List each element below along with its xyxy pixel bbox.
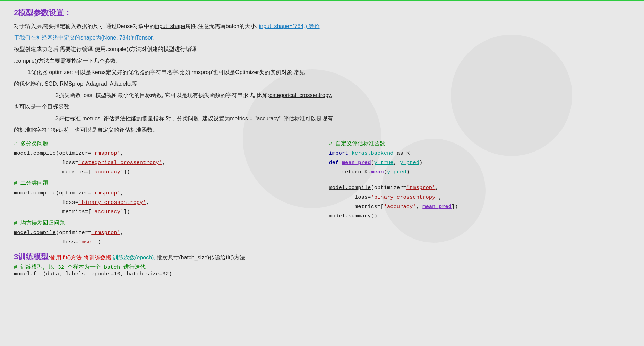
paragraph-4: 1优化器 optimizer: 可以是Keras定义好的优化器的字符串名字,比如…: [14, 68, 630, 77]
k-mean-func: mean: [371, 169, 384, 175]
paragraph-1b: 于我们在神经网络中定义的shape为(None, 784)的Tensor.: [14, 33, 630, 42]
code-col-right: # 自定义评估标准函数 import keras.backend as K de…: [329, 139, 630, 247]
code-line-loss-r: loss='binary_crossentropy',: [329, 193, 624, 202]
code-comment-binary: # 二分类问题: [14, 179, 308, 188]
code-col-left: # 多分类问题 model.compile(optimizer='rmsprop…: [14, 139, 329, 247]
p2-text: 模型创建成功之后,需要进行编译.使用.compile()方法对创建的模型进行编译: [14, 46, 197, 52]
p1-text: 对于输入层,需要指定输入数据的尺寸,通过Dense对象中的input_shape…: [14, 23, 259, 29]
epoch-text: 训练次数(epoch),: [113, 254, 155, 260]
section3-container: 3训练模型:使用.fit()方法,将训练数据,训练次数(epoch), 批次尺寸…: [14, 252, 630, 262]
def-keyword: def: [329, 159, 342, 166]
code-line-compile3: model.compile(optimizer='rmsprop',: [14, 228, 308, 237]
code-right-block: # 自定义评估标准函数 import keras.backend as K de…: [329, 139, 624, 221]
p3-text: .compile()方法主要需要指定一下几个参数:: [14, 58, 118, 64]
paragraph-6b: 的标准的字符串标识符，也可以是自定义的评估标准函数。: [14, 125, 630, 135]
rmsprop-str-2: 'rmsprop': [91, 190, 120, 196]
mean-pred-func: mean_pred: [342, 159, 371, 166]
code-line-summary: model.summary(): [329, 211, 624, 221]
model-summary-text: model.summary(): [329, 213, 378, 219]
input-shape-value: input_shape=(784,) 等价: [259, 23, 320, 29]
paragraph-1: 对于输入层,需要指定输入数据的尺寸,通过Dense对象中的input_shape…: [14, 21, 630, 31]
p1b-text: 于我们在神经网络中定义的shape为(None, 784)的Tensor.: [14, 35, 154, 41]
p6-text: 3评估标准 metrics. 评估算法性能的衡量指标.对于分类问题, 建议设置为…: [55, 115, 333, 121]
blank-line: [329, 177, 624, 183]
code-line-metrics2: metrics=['accuracy']): [14, 207, 308, 217]
code-line-def: def mean_pred(y_true, y_pred):: [329, 158, 624, 167]
p4b-text: 的优化器有: SGD, RMSprop, Adagrad, Adadelta等.: [14, 81, 139, 87]
binary-cross-str-r: 'binary_crossentropy': [371, 194, 438, 200]
comment-binary-text: # 二分类问题: [14, 180, 48, 187]
comment-multiclass-text: # 多分类问题: [14, 141, 48, 147]
code-columns: # 多分类问题 model.compile(optimizer='rmsprop…: [14, 139, 630, 247]
code-line-compile1: model.compile(optimizer='rmsprop',: [14, 149, 308, 158]
paragraph-3: .compile()方法主要需要指定一下几个参数:: [14, 56, 630, 66]
p5b-text: 也可以是一个目标函数.: [14, 104, 71, 110]
batch-size-link: batch_size: [127, 271, 159, 277]
code-comment-multiclass: # 多分类问题: [14, 139, 308, 149]
code-line-import: import keras.backend as K: [329, 149, 624, 158]
code-line-loss2: loss='binary_crossentropy',: [14, 198, 308, 207]
code-comment-custom: # 自定义评估标准函数: [329, 139, 624, 149]
section-title: 2模型参数设置：: [14, 8, 630, 18]
rmsprop-str-1: 'rmsprop': [91, 150, 120, 156]
accuracy-str-1: 'accuracy': [91, 169, 123, 175]
code-line-loss3: loss='mse''): [14, 237, 308, 247]
rmsprop-str-r: 'rmsprop': [406, 184, 436, 191]
mse-str: 'mse': [78, 239, 95, 245]
adagrad-link: Adagrad: [86, 81, 107, 87]
code-line-compile-r1: model.compile(optimizer='rmsprop',: [329, 183, 624, 192]
paragraph-6: 3评估标准 metrics. 评估算法性能的衡量指标.对于分类问题, 建议设置为…: [14, 114, 630, 123]
paragraph-5: 2损失函数 loss: 模型视图最小化的目标函数, 它可以是现有损失函数的字符串…: [14, 90, 630, 100]
binary-cross-str-l: 'binary_crossentropy': [78, 199, 146, 206]
accuracy-str-r: 'accuracy': [384, 204, 416, 210]
cat-cross-link: categorical_crossentropy: [269, 92, 331, 98]
code-line-compile2: model.compile(optimizer='rmsprop',: [14, 189, 308, 198]
keras-backend-link: keras.backend: [352, 150, 394, 156]
comment-custom-text: # 自定义评估标准函数: [329, 141, 386, 147]
code-line-metrics1: metrics=['accuracy']): [14, 167, 308, 177]
mean-pred-metrics: mean_pred: [422, 204, 452, 210]
comment-mse-text: # 均方误差回归问题: [14, 220, 65, 226]
adadelta-link: Adadelta: [110, 81, 132, 87]
use-fit-text: 使用.fit()方法,将训练数据,: [50, 254, 113, 260]
p6b-text: 的标准的字符串标识符，也可以是自定义的评估标准函数。: [14, 127, 158, 133]
section-title-text: 2模型参数设置：: [14, 8, 71, 17]
paragraph-4b: 的优化器有: SGD, RMSprop, Adagrad, Adadelta等.: [14, 79, 630, 88]
y-pred-param: y_pred: [400, 159, 419, 166]
code-line-metrics-r: metrics=['accuracy', mean_pred]): [329, 202, 624, 211]
accuracy-str-2: 'accuracy': [91, 209, 123, 215]
y-true-param: y_true: [374, 159, 394, 166]
main-container: 2模型参数设置： 对于输入层,需要指定输入数据的尺寸,通过Dense对象中的in…: [0, 1, 644, 287]
p5-text: 2损失函数 loss: 模型视图最小化的目标函数, 它可以是现有损失函数的字符串…: [55, 92, 332, 98]
input-shape-link: input_shape: [155, 23, 185, 29]
p4-text: 1优化器 optimizer: 可以是Keras定义好的优化器的字符串名字,比如…: [28, 69, 305, 75]
code-comment-mse: # 均方误差回归问题: [14, 219, 308, 228]
bottom-code-text: model.fit(data, labels, epochs=10, batch…: [14, 271, 630, 277]
section3-title-text: 3训练模型: [14, 252, 49, 261]
code-line-return: return K.mean(y_pred): [329, 167, 624, 177]
import-keyword: import: [329, 150, 352, 156]
section3-inline: :使用.fit()方法,将训练数据,训练次数(epoch), 批次尺寸(batc…: [49, 254, 245, 260]
rmsprop-str-3: 'rmsprop': [91, 230, 120, 236]
bottom-comment-text: # 训练模型, 以 32 个样本为一个 batch 进行迭代: [14, 263, 630, 271]
paragraph-5b: 也可以是一个目标函数.: [14, 102, 630, 111]
paragraph-2: 模型创建成功之后,需要进行编译.使用.compile()方法对创建的模型进行编译: [14, 44, 630, 54]
rmsprop-link: rmsprop: [191, 69, 212, 75]
y-pred-arg: y_pred: [387, 169, 406, 175]
model-compile-1: model.compile(optimizer=: [14, 150, 91, 156]
cat-cross-str: 'categorical_crossentropy': [78, 159, 162, 166]
keras-link: Keras: [91, 69, 106, 75]
code-line-loss1: loss='categorical_crossentropy',: [14, 158, 308, 167]
code-left-block: # 多分类问题 model.compile(optimizer='rmsprop…: [14, 139, 308, 247]
